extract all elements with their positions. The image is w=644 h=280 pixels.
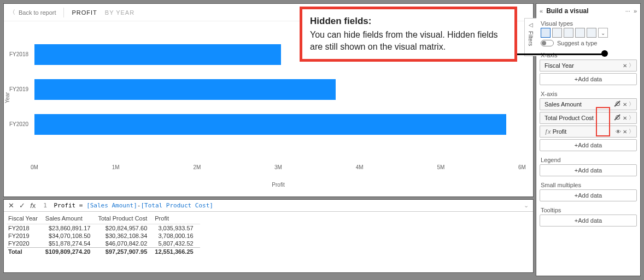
table-cell: $97,257,907.95 — [97, 248, 154, 256]
chevron-left-icon: 〈 — [9, 8, 15, 16]
more-options-icon[interactable]: ··· — [625, 8, 630, 14]
callout-title: Hidden fields: — [310, 16, 507, 27]
visual-types-label: Visual types — [536, 18, 640, 28]
field-pill-fiscal-year[interactable]: Fiscal Year ✕ 〉 — [540, 59, 637, 72]
fx-icon[interactable]: fx — [30, 201, 36, 210]
back-label: Back to report — [19, 9, 56, 16]
bar[interactable] — [34, 44, 281, 65]
bar[interactable] — [34, 79, 336, 100]
table-total-row: Total$109,809,274.20$97,257,907.9512,551… — [7, 248, 200, 256]
well-tooltips-label: Tooltips — [536, 205, 640, 215]
visual-type-column-icon[interactable] — [564, 28, 573, 38]
annotation-callout: Hidden fields: You can hide fields from … — [300, 7, 517, 62]
callout-body: You can hide fields from the visual. Hid… — [310, 29, 507, 52]
well-legend-label: Legend — [536, 154, 640, 164]
well-small-multiples-label: Small multiples — [536, 180, 640, 189]
visual-types-row: ⌄ — [536, 28, 640, 40]
field-pill[interactable]: Profit👁✕〉 — [540, 126, 637, 138]
suggest-type-label: Suggest a type — [557, 40, 597, 46]
field-name: Sales Amount — [542, 101, 614, 108]
formula-text[interactable]: 1 Profit = [Sales Amount]-[Total Product… — [43, 202, 213, 209]
table-cell: FY2020 — [7, 240, 44, 248]
visual-type-matrix-icon[interactable] — [587, 28, 596, 38]
well-small-multiples[interactable]: +Add data — [540, 189, 637, 201]
bar-row: FY2019 — [34, 72, 522, 106]
breadcrumb-profit[interactable]: PROFIT — [72, 9, 97, 16]
table-cell: $34,070,108.50 — [44, 232, 97, 240]
back-to-report-button[interactable]: 〈 Back to report — [9, 8, 56, 16]
bar-category-label: FY2019 — [9, 86, 28, 92]
remove-field-icon[interactable]: ✕ — [623, 63, 627, 69]
add-data-button[interactable]: +Add data — [540, 139, 637, 151]
build-visual-pane: ◁ Filters « Build a visual ··· » Visual … — [536, 3, 641, 276]
expand-right-icon[interactable]: » — [634, 8, 637, 14]
hidden-field-icon[interactable] — [614, 114, 621, 122]
annotation-connector — [517, 53, 605, 55]
field-menu-icon[interactable]: 〉 — [629, 114, 634, 122]
table-cell: $51,878,274.54 — [44, 240, 97, 248]
collapse-left-icon[interactable]: « — [540, 8, 543, 14]
well-xaxis-label: X-axis — [536, 88, 640, 98]
hidden-field-icon[interactable] — [614, 100, 621, 108]
table-header-cell[interactable]: Sales Amount — [44, 214, 97, 224]
well-yaxis[interactable]: Fiscal Year ✕ 〉 +Add data — [540, 59, 637, 85]
table-row[interactable]: FY2019$34,070,108.50$30,362,108.343,708,… — [7, 232, 200, 240]
visible-field-icon[interactable]: 👁 — [616, 129, 621, 135]
remove-field-icon[interactable]: ✕ — [623, 102, 627, 108]
x-axis: 0M1M2M3M4M5M6M — [34, 164, 522, 177]
visual-type-line-icon[interactable] — [575, 28, 585, 38]
remove-field-icon[interactable]: ✕ — [623, 129, 627, 135]
table-row[interactable]: FY2020$51,878,274.54$46,070,842.025,807,… — [7, 240, 200, 248]
field-menu-icon[interactable]: 〉 — [629, 62, 634, 69]
suggest-type-toggle[interactable] — [541, 40, 554, 46]
bar-category-label: FY2018 — [9, 51, 28, 57]
table-header-cell[interactable]: Profit — [154, 214, 200, 224]
visual-type-table-icon[interactable] — [541, 28, 551, 38]
field-pill[interactable]: Sales Amount✕〉 — [540, 98, 637, 110]
x-tick-label: 3M — [274, 164, 282, 170]
table-row[interactable]: FY2018$23,860,891.17$20,824,957.603,035,… — [7, 224, 200, 233]
table-header-cell[interactable]: Total Product Cost — [97, 214, 154, 224]
well-tooltips[interactable]: +Add data — [540, 215, 637, 227]
table-cell: $46,070,842.02 — [97, 240, 154, 248]
bar[interactable] — [34, 114, 506, 135]
add-data-button[interactable]: +Add data — [540, 73, 637, 85]
chevron-down-icon[interactable]: ⌄ — [524, 202, 529, 209]
data-view: ✕ ✓ fx 1 Profit = [Sales Amount]-[Total … — [3, 199, 534, 273]
add-data-button[interactable]: +Add data — [540, 215, 637, 227]
table-cell: $30,362,108.34 — [97, 232, 154, 240]
x-tick-label: 2M — [193, 164, 201, 170]
table-body: FY2018$23,860,891.17$20,824,957.603,035,… — [7, 224, 200, 256]
x-tick-label: 0M — [31, 164, 38, 170]
x-tick-label: 5M — [437, 164, 444, 170]
table-cell: $23,860,891.17 — [44, 224, 97, 233]
filters-pane-tab[interactable]: ◁ Filters — [524, 18, 536, 56]
cancel-icon[interactable]: ✕ — [8, 201, 14, 210]
table-header-row: Fiscal YearSales AmountTotal Product Cos… — [7, 214, 200, 224]
well-legend[interactable]: +Add data — [540, 164, 637, 176]
data-table: Fiscal YearSales AmountTotal Product Cos… — [7, 214, 200, 255]
pane-header: « Build a visual ··· » — [536, 4, 640, 18]
commit-icon[interactable]: ✓ — [19, 201, 25, 210]
well-xaxis[interactable]: Sales Amount✕〉Total Product Cost✕〉Profit… — [540, 98, 637, 151]
visual-type-dropdown[interactable]: ⌄ — [598, 28, 608, 38]
field-menu-icon[interactable]: 〉 — [629, 100, 634, 108]
bar-row: FY2020 — [34, 106, 522, 141]
table-cell: $109,809,274.20 — [44, 248, 97, 256]
field-pill[interactable]: Total Product Cost✕〉 — [540, 112, 637, 124]
table-header-cell[interactable]: Fiscal Year — [7, 214, 44, 224]
field-name: Profit — [542, 128, 616, 135]
bar-category-label: FY2020 — [9, 121, 28, 127]
visual-type-bar-icon[interactable] — [552, 28, 562, 38]
table-cell: Total — [7, 248, 44, 256]
remove-field-icon[interactable]: ✕ — [623, 115, 627, 121]
formula-bar[interactable]: ✕ ✓ fx 1 Profit = [Sales Amount]-[Total … — [4, 200, 533, 212]
filters-label: Filters — [528, 31, 534, 46]
table-cell: FY2018 — [7, 224, 44, 233]
divider — [63, 8, 64, 17]
add-data-button[interactable]: +Add data — [540, 189, 637, 201]
field-name: Total Product Cost — [542, 115, 614, 121]
field-menu-icon[interactable]: 〉 — [629, 128, 634, 135]
add-data-button[interactable]: +Add data — [540, 164, 637, 176]
breadcrumb-by-year[interactable]: BY YEAR — [105, 9, 134, 16]
